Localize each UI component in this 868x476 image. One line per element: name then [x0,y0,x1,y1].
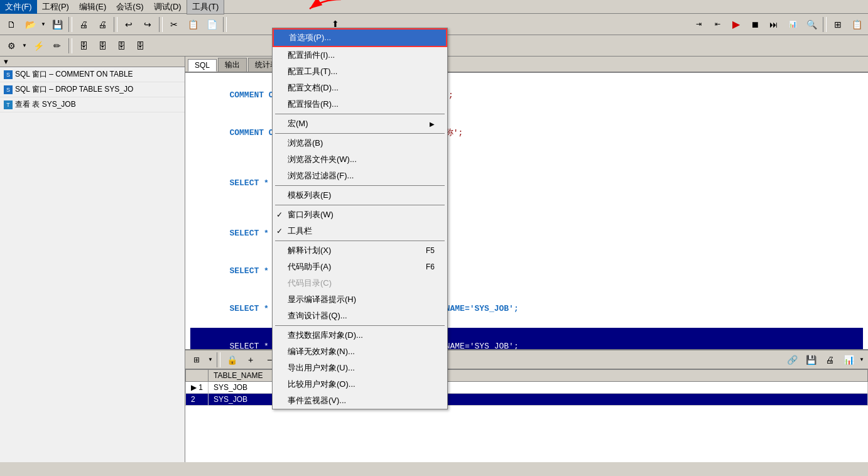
menu-code-assistant[interactable]: 代码助手(A) F6 [273,259,447,275]
menu-configure-docs[interactable]: 配置文档(D)... [273,80,447,96]
menu-configure-plugins[interactable]: 配置插件(I)... [273,47,447,63]
menu-browser-filter[interactable]: 浏览器过滤器(F)... [273,168,447,184]
db1-btn[interactable]: 🗄 [75,38,92,54]
grid-dropdown[interactable]: ▼ [207,352,214,368]
tree-label-2: 查看 表 SYS_JOB [15,99,76,110]
sep-1 [275,114,445,114]
db4-btn[interactable]: 🗄 [131,38,149,54]
menu-template-list[interactable]: 模板列表(E) [273,187,447,203]
settings-group: ⚙ ▼ [3,38,28,54]
paste-btn[interactable]: 📄 [203,16,220,33]
lightning-btn[interactable]: ⚡ [30,38,47,54]
sep1 [68,17,72,32]
open-dropdown-arrow[interactable]: ▼ [40,16,47,33]
tree-item-0[interactable]: S SQL 窗口 – COMMENT ON TABLE [0,67,185,82]
menu-compile-invalid[interactable]: 编译无效对象(N)... [273,343,447,360]
grid-icon[interactable]: ⊞ [188,352,205,368]
tab-sql[interactable]: SQL [188,59,217,72]
explain-plan-shortcut: F5 [426,246,435,255]
settings-dropdown-arrow[interactable]: ▼ [21,38,28,54]
menu-explain-plan[interactable]: 解释计划(X) F5 [273,242,447,259]
r3-btn[interactable]: 🔍 [803,16,820,33]
toolbar-label: 工具栏 [288,225,312,237]
menu-help[interactable] [224,6,234,8]
r-chart-btn[interactable]: 📊 [840,352,857,368]
print2-btn[interactable]: 🖨 [94,16,111,33]
sep-3 [275,185,445,186]
menu-compare-user[interactable]: 比较用户对象(O)... [273,376,447,392]
settings-btn[interactable]: ⚙ [3,38,20,54]
open-btn-group: 📂 ▼ [21,16,47,33]
r-link-btn[interactable]: 🔗 [783,352,801,368]
menu-debug[interactable]: 调试(D) [149,0,187,14]
tab-output[interactable]: 输出 [218,58,247,72]
copy-btn[interactable]: 📋 [184,16,202,33]
menu-event-monitor[interactable]: 事件监视器(V)... [273,392,447,409]
browser-label: 浏览器(B) [288,138,323,149]
col-num [186,370,209,382]
show-compiler-label: 显示编译器提示(H) [288,294,356,305]
find-db-label: 查找数据库对象(D)... [288,330,363,341]
menu-macros[interactable]: 宏(M) [273,116,447,132]
r5-btn[interactable]: 📋 [848,16,865,33]
outdent-btn[interactable]: ⇤ [708,16,726,33]
r-print-btn[interactable]: 🖨 [821,352,838,368]
menu-file[interactable]: 文件(F) [0,0,37,14]
menu-preferences[interactable]: 首选项(P)... [274,30,446,46]
tree-icon-2: T [4,100,13,109]
menu-code-contents: 代码目录(C) [273,275,447,291]
print-btn[interactable]: 🖨 [75,16,92,33]
new-btn[interactable]: 🗋 [3,16,20,33]
code-assistant-label: 代码助手(A) [288,261,331,273]
r-save-btn[interactable]: 💾 [802,352,820,368]
menu-browser-files[interactable]: 浏览器文件夹(W)... [273,151,447,168]
run-btn[interactable]: ▶ [727,16,745,33]
preferences-label: 首选项(P)... [289,32,331,43]
compile-invalid-label: 编译无效对象(N)... [288,346,355,357]
stop-btn[interactable]: ⏹ [746,16,764,33]
tree-item-2[interactable]: T 查看 表 SYS_JOB [0,97,185,112]
export-user-label: 导出用户对象(U)... [288,362,355,374]
code-contents-label: 代码目录(C) [288,278,332,289]
open-btn[interactable]: 📂 [21,16,39,33]
grid-btn[interactable]: ⊞ [829,16,847,33]
configure-docs-label: 配置文档(D)... [288,82,339,94]
pencil-btn[interactable]: ✏ [48,38,66,54]
menu-window-list[interactable]: 窗口列表(W) [273,207,447,223]
r-chart-group: 📊 ▼ [840,352,865,368]
event-monitor-label: 事件监视器(V)... [288,395,346,406]
menu-tools[interactable]: 工具(T) [187,0,225,14]
redo-btn[interactable]: ↪ [139,16,156,33]
bsep1 [217,352,220,367]
left-panel-title: ▼ [3,58,9,65]
macros-label: 宏(M) [288,118,308,129]
row-num-1: ▶ 1 [186,382,209,394]
r2-btn[interactable]: 📊 [784,16,801,33]
menu-project[interactable]: 工程(P) [37,0,74,14]
sep-2 [275,133,445,134]
menu-bar: 文件(F) 工程(P) 编辑(E) 会话(S) 调试(D) 工具(T) [0,0,868,14]
menu-browser[interactable]: 浏览器(B) [273,135,447,151]
tree-icon-1: S [4,85,13,94]
menu-edit[interactable]: 编辑(E) [74,0,111,14]
menu-toolbar[interactable]: 工具栏 [273,223,447,239]
menu-configure-tools[interactable]: 配置工具(T)... [273,63,447,80]
menu-session[interactable]: 会话(S) [111,0,148,14]
menu-show-compiler[interactable]: 显示编译器提示(H) [273,291,447,308]
save-btn[interactable]: 💾 [48,16,66,33]
menu-find-db-objects[interactable]: 查找数据库对象(D)... [273,327,447,343]
menu-query-designer[interactable]: 查询设计器(Q)... [273,308,447,324]
undo-btn[interactable]: ↩ [120,16,138,33]
step-btn[interactable]: ⏭ [765,16,783,33]
db3-btn[interactable]: 🗄 [112,38,130,54]
cut-btn[interactable]: ✂ [165,16,183,33]
db2-btn[interactable]: 🗄 [94,38,111,54]
menu-export-user[interactable]: 导出用户对象(U)... [273,360,447,376]
add-row-btn[interactable]: + [242,352,259,368]
r-chart-dropdown[interactable]: ▼ [858,352,865,368]
browser-filter-label: 浏览器过滤器(F)... [288,170,354,181]
tree-item-1[interactable]: S SQL 窗口 – DROP TABLE SYS_JO [0,82,185,97]
menu-configure-reports[interactable]: 配置报告(R)... [273,96,447,112]
lock-btn[interactable]: 🔒 [223,352,241,368]
indent-btn[interactable]: ⇥ [690,16,707,33]
